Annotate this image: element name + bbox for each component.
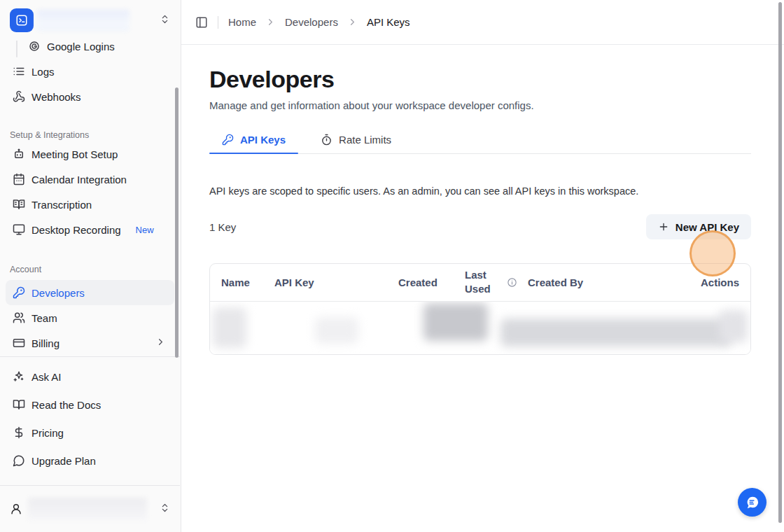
chat-support-button[interactable] xyxy=(738,488,766,517)
column-header-name: Name xyxy=(221,276,274,288)
sidebar-item-label: Billing xyxy=(31,337,59,349)
chat-bubble-icon xyxy=(744,494,760,510)
sidebar-item-label: Google Logins xyxy=(47,41,115,52)
user-account-switcher[interactable] xyxy=(0,485,180,532)
sidebar-item-billing[interactable]: Billing xyxy=(6,330,174,356)
sidebar-item-transcription[interactable]: Transcription xyxy=(6,192,174,217)
sidebar-item-label: Ask AI xyxy=(31,371,62,383)
section-title-account: Account xyxy=(0,263,180,276)
sidebar-item-team[interactable]: Team xyxy=(6,305,174,330)
book-open-icon xyxy=(13,398,25,411)
key-count: 1 Key xyxy=(209,221,236,233)
sidebar-item-label: Upgrade Plan xyxy=(31,455,96,467)
sidebar-item-webhooks[interactable]: Webhooks xyxy=(6,84,174,109)
timer-icon xyxy=(321,134,332,146)
api-keys-scope-note: API keys are scoped to specific users. A… xyxy=(209,186,751,197)
page-scrollbar-thumb[interactable] xyxy=(778,2,782,523)
dollar-icon xyxy=(13,426,25,439)
panel-left-icon[interactable] xyxy=(195,16,208,29)
sidebar-item-meeting-bot-setup[interactable]: Meeting Bot Setup xyxy=(6,141,174,167)
sidebar: Google Logins Logs Webhooks Setup & Inte… xyxy=(0,0,181,532)
sidebar-item-label: Desktop Recording xyxy=(31,224,121,236)
sidebar-item-upgrade-plan[interactable]: Upgrade Plan xyxy=(6,448,174,473)
bot-icon xyxy=(13,148,25,160)
logs-icon xyxy=(13,65,25,78)
tab-label: Rate Limits xyxy=(339,134,391,146)
table-row-blurred[interactable] xyxy=(210,302,750,354)
info-icon[interactable] xyxy=(507,277,528,288)
new-badge: New xyxy=(136,225,154,235)
tab-api-keys[interactable]: API Keys xyxy=(209,130,298,153)
column-header-api-key: API Key xyxy=(274,276,398,288)
workspace-name-blurred xyxy=(37,10,130,31)
blurred-cell xyxy=(424,303,488,341)
table-header-row: Name API Key Created Last Used Created B… xyxy=(210,264,750,302)
calendar-icon xyxy=(13,173,25,186)
page-content: Developers Manage and get information ab… xyxy=(181,45,784,355)
user-icon xyxy=(10,503,22,515)
sidebar-item-label: Calendar Integration xyxy=(31,174,127,186)
breadcrumb-api-keys: API Keys xyxy=(367,16,410,28)
blurred-cell xyxy=(315,317,358,344)
column-header-created-by: Created By xyxy=(528,276,683,288)
transcription-icon xyxy=(13,198,25,211)
sidebar-item-read-the-docs[interactable]: Read the Docs xyxy=(6,392,174,417)
tab-bar: API Keys Rate Limits xyxy=(209,130,751,154)
column-header-last-used: Last Used xyxy=(465,268,494,297)
webhook-icon xyxy=(13,90,25,103)
sidebar-item-pricing[interactable]: Pricing xyxy=(6,420,174,445)
workspace-switcher[interactable] xyxy=(0,0,180,41)
google-logins-icon xyxy=(28,40,41,52)
sidebar-scrollbar-thumb[interactable] xyxy=(175,88,178,358)
sparkles-icon xyxy=(13,370,25,383)
chevrons-up-down-icon xyxy=(160,14,170,27)
sidebar-divider xyxy=(0,356,180,357)
main-area: Home Developers API Keys Developers Mana… xyxy=(181,0,784,532)
column-header-actions: Actions xyxy=(701,276,739,288)
tab-rate-limits[interactable]: Rate Limits xyxy=(308,130,404,153)
users-icon xyxy=(13,312,25,324)
column-header-created: Created xyxy=(398,276,465,288)
key-icon xyxy=(13,286,25,299)
sidebar-item-label: Developers xyxy=(31,287,85,299)
user-name-blurred xyxy=(28,498,147,520)
chevron-right-icon xyxy=(265,17,276,27)
message-circle-icon xyxy=(13,454,25,467)
sidebar-item-label: Transcription xyxy=(31,199,92,211)
section-title-setup-integrations: Setup & Integrations xyxy=(0,129,180,141)
key-icon xyxy=(222,134,234,146)
new-api-key-button-label: New API Key xyxy=(676,221,739,233)
sidebar-item-label: Logs xyxy=(31,66,55,78)
breadcrumb-developers[interactable]: Developers xyxy=(285,16,338,28)
key-count-row: 1 Key New API Key xyxy=(209,214,751,239)
sidebar-nav: Google Logins Logs Webhooks Setup & Inte… xyxy=(0,34,180,473)
new-api-key-button[interactable]: New API Key xyxy=(646,214,751,239)
tab-label: API Keys xyxy=(240,134,286,146)
chevron-right-icon xyxy=(347,17,358,27)
sidebar-item-calendar-integration[interactable]: Calendar Integration xyxy=(6,167,174,192)
monitor-icon xyxy=(13,223,25,236)
sidebar-item-label: Pricing xyxy=(31,427,64,439)
sidebar-item-label: Webhooks xyxy=(31,91,81,103)
blurred-cell xyxy=(720,310,748,342)
plus-icon xyxy=(658,221,669,232)
sidebar-item-label: Meeting Bot Setup xyxy=(31,148,118,160)
credit-card-icon xyxy=(13,337,25,349)
page-title: Developers xyxy=(209,66,751,93)
breadcrumb-bar: Home Developers API Keys xyxy=(181,0,784,45)
terminal-logo-icon xyxy=(15,14,28,27)
sidebar-item-logs[interactable]: Logs xyxy=(6,59,174,84)
sidebar-item-label: Team xyxy=(31,312,57,324)
api-keys-table: Name API Key Created Last Used Created B… xyxy=(209,263,751,355)
sidebar-item-developers[interactable]: Developers xyxy=(6,280,174,305)
chevron-right-icon xyxy=(155,337,166,349)
blurred-cell xyxy=(500,318,732,346)
blurred-cell xyxy=(213,307,246,348)
chevrons-up-down-icon xyxy=(160,503,170,516)
page-subtitle: Manage and get information about your wo… xyxy=(209,99,751,111)
app-logo xyxy=(10,8,34,32)
sidebar-item-ask-ai[interactable]: Ask AI xyxy=(6,364,174,389)
breadcrumb-home[interactable]: Home xyxy=(228,16,256,28)
sidebar-item-desktop-recording[interactable]: Desktop Recording New xyxy=(6,217,174,242)
breadcrumb-divider xyxy=(218,16,218,29)
